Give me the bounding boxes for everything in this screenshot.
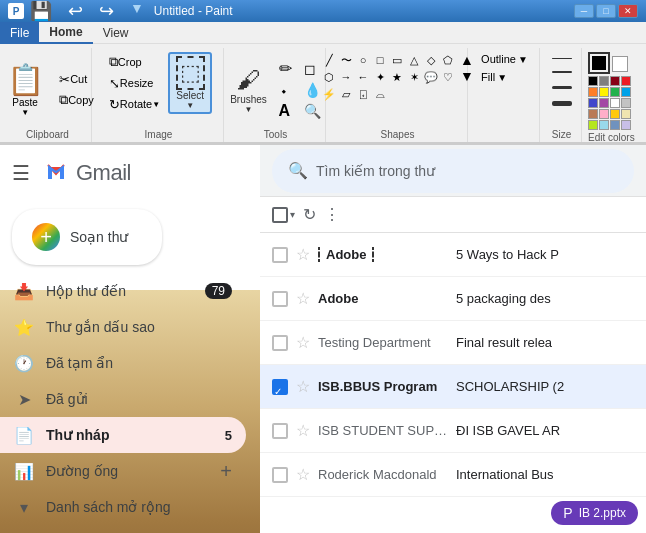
arrow-left-shape[interactable]: ← <box>355 69 371 85</box>
arrow-right-shape[interactable]: → <box>338 69 354 85</box>
color-lavender[interactable] <box>621 120 631 130</box>
email-row[interactable]: ☆ Adobe 5 packaging des <box>260 277 646 321</box>
color2-box[interactable] <box>612 56 628 72</box>
sidebar-item-pipeline[interactable]: 📊 Đường ống + <box>0 453 246 489</box>
email-checkbox[interactable] <box>272 467 288 483</box>
attachment-badge[interactable]: P IB 2.pptx <box>551 501 638 525</box>
heart-shape[interactable]: ♡ <box>440 69 456 85</box>
email-star[interactable]: ☆ <box>296 421 310 440</box>
email-star[interactable]: ☆ <box>296 333 310 352</box>
email-star[interactable]: ☆ <box>296 289 310 308</box>
color-yellow[interactable] <box>599 87 609 97</box>
email-row[interactable]: ☆ Roderick Macdonald International Bus <box>260 453 646 497</box>
color-slateblue[interactable] <box>610 120 620 130</box>
email-row[interactable]: ☆ Adobe 5 Ways to Hack P <box>260 233 646 277</box>
save-icon[interactable]: 💾 <box>30 0 52 22</box>
refresh-button[interactable]: ↻ <box>303 205 316 224</box>
color-blue[interactable] <box>621 87 631 97</box>
diamond-shape[interactable]: ◇ <box>423 52 439 68</box>
rounded-rect-shape[interactable]: ▭ <box>389 52 405 68</box>
size-line-1[interactable] <box>552 58 572 59</box>
minimize-button[interactable]: ─ <box>574 4 594 18</box>
size-line-2[interactable] <box>552 71 572 73</box>
sidebar-item-snoozed[interactable]: 🕐 Đã tạm ẩn <box>0 345 246 381</box>
sidebar-item-sent[interactable]: ➤ Đã gửi <box>0 381 246 417</box>
size-line-3[interactable] <box>552 86 572 89</box>
color-gray[interactable] <box>599 76 609 86</box>
color-lightgray[interactable] <box>621 98 631 108</box>
color-red[interactable] <box>621 76 631 86</box>
outline-button[interactable]: Outline ▼ <box>478 52 531 66</box>
view-menu[interactable]: View <box>93 22 139 44</box>
email-checkbox[interactable] <box>272 423 288 439</box>
lightning-shape[interactable]: ⚡ <box>321 86 337 102</box>
size-line-4[interactable] <box>552 101 572 106</box>
select-dropdown-arrow[interactable]: ▾ <box>290 209 295 220</box>
sidebar-item-inbox[interactable]: 📥 Hộp thư đến 79 <box>0 273 246 309</box>
email-star[interactable]: ☆ <box>296 245 310 264</box>
pipeline-add-icon[interactable]: + <box>220 460 232 483</box>
email-checkbox[interactable]: ✓ <box>272 379 288 395</box>
crop-button[interactable]: ⧉ Crop <box>105 52 164 72</box>
curve-shape[interactable]: 〜 <box>338 52 354 68</box>
pentagon-shape[interactable]: ⬠ <box>440 52 456 68</box>
size-slider[interactable] <box>547 52 577 112</box>
fill-tool-button[interactable]: ⬩ <box>275 80 296 100</box>
redo-icon[interactable]: ↪ <box>99 0 114 22</box>
color-brown[interactable] <box>588 109 598 119</box>
color-darkred[interactable] <box>610 76 620 86</box>
color-gold[interactable] <box>610 109 620 119</box>
email-row[interactable]: ☆ Testing Department Final result relea <box>260 321 646 365</box>
color-green[interactable] <box>610 87 620 97</box>
edit-colors-button[interactable]: Edit colors <box>588 132 638 143</box>
pencil-button[interactable]: ✏ <box>275 59 296 79</box>
file-menu[interactable]: File <box>0 22 39 44</box>
email-row[interactable]: ☆ ISB STUDENT SUPPORT ĐI ISB GAVEL AR <box>260 409 646 453</box>
color-pink[interactable] <box>599 109 609 119</box>
color-cream[interactable] <box>621 109 631 119</box>
hexagon-shape[interactable]: ⬡ <box>321 69 337 85</box>
star4-shape[interactable]: ✦ <box>372 69 388 85</box>
email-star[interactable]: ☆ <box>296 377 310 396</box>
trapezoid-shape[interactable]: ⌺ <box>355 86 371 102</box>
search-container[interactable]: 🔍 Tìm kiếm trong thư <box>272 149 634 193</box>
quick-access-dropdown[interactable]: ▼ <box>130 0 144 22</box>
compose-button[interactable]: + Soạn thư <box>12 209 162 265</box>
close-button[interactable]: ✕ <box>618 4 638 18</box>
color1-box[interactable] <box>588 52 610 74</box>
star6-shape[interactable]: ✶ <box>406 69 422 85</box>
email-row[interactable]: ✓ ☆ ISB.BBUS Program SCHOLARSHIP (2 <box>260 365 646 409</box>
oval-shape[interactable]: ○ <box>355 52 371 68</box>
sidebar-item-starred[interactable]: ⭐ Thư gắn dấu sao <box>0 309 246 345</box>
callout-shape[interactable]: 💬 <box>423 69 439 85</box>
hamburger-button[interactable]: ☰ <box>12 161 30 185</box>
color-white[interactable] <box>610 98 620 108</box>
email-checkbox[interactable] <box>272 291 288 307</box>
color-indigo[interactable] <box>588 98 598 108</box>
sidebar-item-expand[interactable]: ▾ Danh sách mở rộng <box>0 489 246 525</box>
copy-button[interactable]: ⧉ Copy <box>55 90 98 110</box>
sidebar-item-drafts[interactable]: 📄 Thư nháp 5 <box>0 417 246 453</box>
color-purple[interactable] <box>599 98 609 108</box>
select-all-checkbox[interactable] <box>272 207 288 223</box>
brushes-button[interactable]: 🖌 Brushes ▼ <box>227 59 271 121</box>
select-button[interactable]: ⬚ Select ▼ <box>168 52 212 114</box>
cut-button[interactable]: ✂ Cut <box>55 69 98 89</box>
cylinder-shape[interactable]: ⌓ <box>372 86 388 102</box>
fill-button[interactable]: Fill ▼ <box>478 70 510 84</box>
email-checkbox[interactable] <box>272 335 288 351</box>
maximize-button[interactable]: □ <box>596 4 616 18</box>
email-checkbox[interactable] <box>272 247 288 263</box>
star5-shape[interactable]: ★ <box>389 69 405 85</box>
email-star[interactable]: ☆ <box>296 465 310 484</box>
parallelogram-shape[interactable]: ▱ <box>338 86 354 102</box>
paste-button[interactable]: 📋 Paste ▼ <box>0 55 53 125</box>
more-options-button[interactable]: ⋮ <box>324 205 340 224</box>
home-menu[interactable]: Home <box>39 22 92 44</box>
text-button[interactable]: A <box>275 101 296 121</box>
undo-icon[interactable]: ↩ <box>68 0 83 22</box>
color-lime[interactable] <box>588 120 598 130</box>
color-skyblue[interactable] <box>599 120 609 130</box>
line-shape[interactable]: ╱ <box>321 52 337 68</box>
rotate-button[interactable]: ↻ Rotate ▼ <box>105 94 164 114</box>
